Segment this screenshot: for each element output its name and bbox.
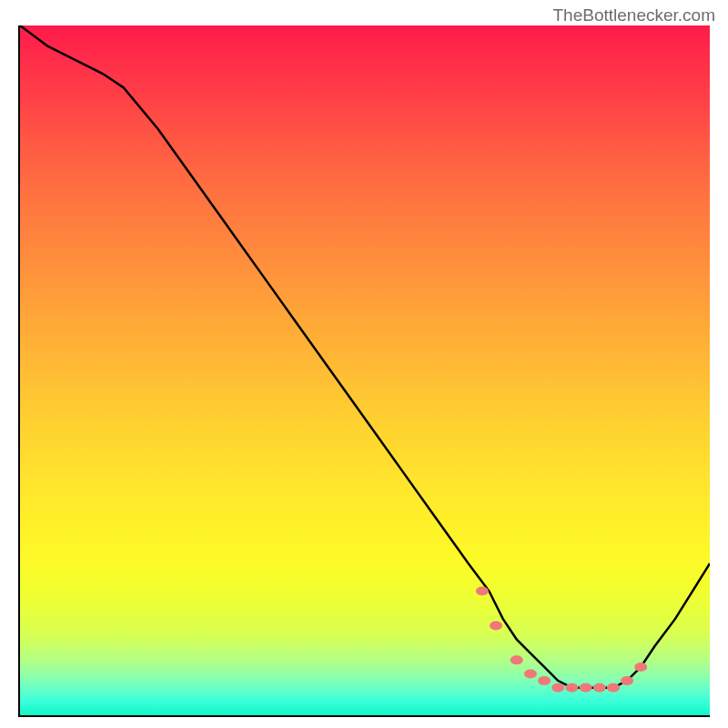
chart-plot-area [18, 25, 710, 717]
marker-dot [511, 655, 523, 664]
marker-dot [580, 683, 592, 693]
marker-dot [490, 621, 502, 630]
marker-dot [593, 683, 606, 693]
chart-svg [20, 25, 710, 715]
marker-dot [565, 683, 578, 693]
marker-dot [621, 676, 633, 685]
marker-dot [551, 683, 564, 693]
marker-dot [634, 662, 647, 672]
marker-dot [476, 587, 489, 596]
marker-dot [524, 670, 537, 679]
optimal-range-markers [476, 587, 647, 693]
marker-dot [607, 683, 620, 693]
bottleneck-curve-line [20, 25, 710, 688]
marker-dot [538, 676, 551, 685]
watermark-text: TheBottlenecker.com [553, 5, 715, 25]
